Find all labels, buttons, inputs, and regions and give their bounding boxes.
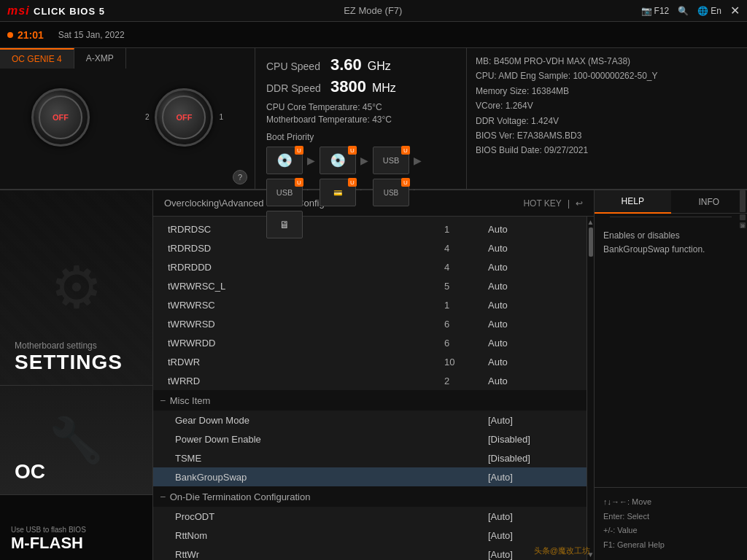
- help-divider: [610, 217, 732, 217]
- section-misc-header[interactable]: – Misc Item: [153, 390, 587, 411]
- config-item-procodt[interactable]: ProcODT [Auto]: [153, 507, 587, 526]
- config-item-geardown[interactable]: Gear Down Mode [Auto]: [153, 411, 587, 429]
- panel-handle-1[interactable]: [740, 190, 746, 212]
- top-bar: msi CLICK BIOS 5 EZ Mode (F7) 📷 F12 🔍 🌐 …: [0, 0, 747, 22]
- help-button[interactable]: ?: [233, 170, 247, 184]
- bios-date-row: BIOS Build Date: 09/27/2021: [476, 143, 738, 158]
- scrollbar-thumb[interactable]: [589, 228, 593, 257]
- help-footer-f1: F1: General Help: [603, 538, 738, 553]
- cpu-speed-value: 3.60: [330, 55, 362, 74]
- config-item-twrwrdd[interactable]: tWRWRDD 6 Auto: [153, 333, 587, 352]
- minus-icon: –: [160, 395, 166, 405]
- help-footer-value: +/-: Value: [603, 524, 738, 538]
- mflash-title: M-FLASH: [11, 534, 83, 553]
- boot-device-hdd[interactable]: 💿 U: [266, 147, 303, 174]
- config-item-rttnom[interactable]: RttNom [Auto]: [153, 526, 587, 545]
- sidebar-settings[interactable]: ⚙ Motherboard settings SETTINGS: [0, 190, 152, 385]
- settings-subtitle: Motherboard settings: [15, 341, 97, 351]
- boot-priority-label: Boot Priority: [266, 132, 455, 142]
- help-spacer: [595, 362, 747, 487]
- boot-tag-1: U: [295, 146, 303, 155]
- knob-right-container: 2 OFF 1: [145, 88, 223, 147]
- sidebar-mflash[interactable]: Use USB to flash BIOS M-FLASH: [0, 494, 152, 560]
- usb-label-1: USB: [383, 156, 400, 165]
- ddr-speed-unit: MHz: [372, 82, 396, 95]
- hotkey-divider: |: [568, 198, 570, 209]
- help-footer-move: ↑↓→←: Move: [603, 495, 738, 510]
- config-item-bankgroupswap[interactable]: BankGroupSwap [Auto]: [153, 467, 587, 486]
- close-button[interactable]: ✕: [730, 4, 740, 18]
- globe-icon: 🌐: [697, 6, 708, 16]
- scroll-down-arrow[interactable]: ▼: [587, 551, 594, 559]
- expand-icon[interactable]: »: [740, 222, 746, 228]
- config-item-rttwr[interactable]: RttWr [Auto]: [153, 545, 587, 560]
- search-icon: 🔍: [678, 6, 689, 16]
- mb-info-row: MB: B450M PRO-VDH MAX (MS-7A38): [476, 54, 738, 69]
- mb-temp: Motherboard Temperature: 43°C: [266, 114, 455, 125]
- clock-dot: [7, 32, 13, 38]
- ez-mode-label[interactable]: EZ Mode (F7): [344, 5, 402, 16]
- scrollbar[interactable]: ▲ ▼: [587, 217, 594, 560]
- usb-label-3: USB: [384, 189, 399, 197]
- config-item-trdrdsd[interactable]: tRDRDSD 4 Auto: [153, 238, 587, 257]
- boot-device-usb2[interactable]: USB U: [266, 179, 303, 206]
- settings-title: SETTINGS: [15, 351, 123, 374]
- minus-icon-2: –: [160, 491, 166, 502]
- config-item-tsme[interactable]: TSME [Disabled]: [153, 448, 587, 467]
- clock-time: 21:01: [18, 29, 44, 41]
- cpu-temp: CPU Core Temperature: 45°C: [266, 102, 455, 112]
- boot-tag-5: U: [348, 178, 357, 187]
- tab-info[interactable]: INFO: [671, 190, 748, 214]
- ddr-voltage-row: DDR Voltage: 1.424V: [476, 114, 738, 128]
- mflash-subtitle: Use USB to flash BIOS: [11, 526, 86, 534]
- knob-a-xmp[interactable]: OFF: [155, 88, 213, 147]
- card-icon: 💳: [333, 189, 342, 197]
- second-bar: 21:01 Sat 15 Jan, 2022: [0, 22, 747, 48]
- config-item-twrwrscl[interactable]: tWRWRSC_L 5 Auto: [153, 276, 587, 295]
- bios-ver-row: BIOS Ver: E7A38AMS.BD3: [476, 128, 738, 143]
- search-control[interactable]: 🔍: [678, 6, 689, 16]
- screenshot-control[interactable]: 📷 F12: [641, 6, 670, 16]
- content-area: ⚙ Motherboard settings SETTINGS 🔧 OC Use…: [0, 190, 747, 560]
- boot-device-net[interactable]: 🖥: [266, 211, 303, 238]
- tab-oc-genie[interactable]: OC GENIE 4: [0, 48, 74, 69]
- sidebar: ⚙ Motherboard settings SETTINGS 🔧 OC Use…: [0, 190, 153, 560]
- tab-help[interactable]: HELP: [595, 190, 671, 214]
- help-content: Enables or disables BankGroupSwap functi…: [595, 220, 747, 362]
- top-right-controls: 📷 F12 🔍 🌐 En ✕: [641, 4, 740, 18]
- boot-device-usb1[interactable]: USB U: [373, 147, 409, 174]
- config-item-twrwrsc[interactable]: tWRWRSC 1 Auto: [153, 295, 587, 314]
- help-text: Enables or disables BankGroupSwap functi…: [603, 230, 705, 254]
- boot-device-dvd[interactable]: 💿 U: [320, 147, 356, 174]
- boot-device-usb4[interactable]: USB U: [373, 179, 409, 206]
- boot-arrow-1: ▶: [307, 155, 315, 166]
- help-panel: HELP INFO Enables or disables BankGroupS…: [594, 190, 747, 560]
- msi-logo: msi CLICK BIOS 5: [7, 4, 105, 18]
- knob-left: OFF: [31, 88, 90, 147]
- knob-inner-left: OFF: [39, 96, 82, 139]
- config-item-powerdown[interactable]: Power Down Enable [Disabled]: [153, 429, 587, 448]
- boot-device-usb3[interactable]: 💳 U: [320, 179, 356, 206]
- panel-handle-2: [740, 214, 746, 220]
- back-icon[interactable]: ↩: [576, 198, 583, 209]
- temp-info: CPU Core Temperature: 45°C Motherboard T…: [266, 102, 455, 125]
- boot-tag-6: U: [401, 178, 410, 187]
- knob-oc-genie[interactable]: OFF: [31, 88, 90, 147]
- language-control[interactable]: 🌐 En: [697, 6, 721, 16]
- help-footer-enter: Enter: Select: [603, 510, 738, 524]
- config-item-trdrdsc[interactable]: tRDRDSC 1 Auto: [153, 219, 587, 238]
- cpu-speed-unit: GHz: [368, 60, 391, 73]
- tab-a-xmp[interactable]: A-XMP: [74, 48, 126, 69]
- config-item-twrrd[interactable]: tWRRD 2 Auto: [153, 371, 587, 390]
- cpu-speed-label: CPU Speed: [266, 61, 325, 72]
- scroll-up-arrow[interactable]: ▲: [587, 218, 594, 226]
- section-odt-header[interactable]: – On-Die Termination Configuration: [153, 486, 587, 507]
- knob-right-num: 1: [219, 113, 223, 121]
- sidebar-oc[interactable]: 🔧 OC: [0, 385, 152, 494]
- clock-section: 21:01: [7, 29, 44, 41]
- boot-tag-4: U: [295, 178, 303, 187]
- config-item-trdwr[interactable]: tRDWR 10 Auto: [153, 352, 587, 371]
- speed-info: CPU Speed 3.60 GHz DDR Speed 3800 MHz CP…: [255, 48, 467, 189]
- config-item-twrwrsd[interactable]: tWRWRSD 6 Auto: [153, 314, 587, 333]
- config-item-trdrddd[interactable]: tRDRDDD 4 Auto: [153, 257, 587, 276]
